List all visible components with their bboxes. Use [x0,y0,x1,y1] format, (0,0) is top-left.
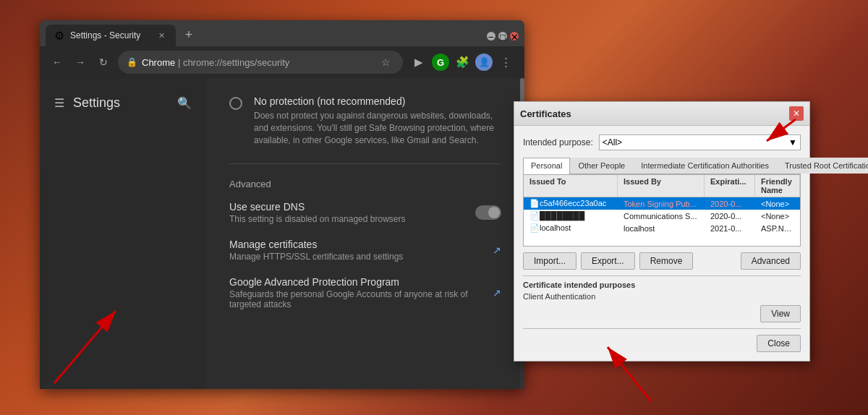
browser-tab[interactable]: ⚙ Settings - Security ✕ [46,25,176,46]
cert-list[interactable]: Issued To Issued By Expirati... Friendly… [523,174,801,247]
cert-tab-other-people[interactable]: Other People [570,158,633,174]
address-bar[interactable]: 🔒 Chrome | chrome://settings/security ☆ [118,51,403,74]
cert-close-row: Close [523,328,801,352]
forward-button[interactable]: → [72,54,89,71]
refresh-button[interactable]: ↻ [95,54,112,71]
advanced-section-label: Advanced [229,179,501,189]
secure-dns-title: Use secure DNS [229,201,405,213]
cert-list-header: Issued To Issued By Expirati... Friendly… [524,175,800,197]
cert-tab-intermediate[interactable]: Intermediate Certification Authorities [633,158,777,174]
tab-title: Settings - Security [70,30,140,40]
google-protection-text: Google Advanced Protection Program Safeg… [229,276,493,309]
no-protection-option: No protection (not recommended) Does not… [229,95,501,146]
tab-close-button[interactable]: ✕ [156,30,167,41]
address-text: Chrome | chrome://settings/security [142,57,289,68]
cert-icon-1: 📄 [529,199,540,208]
cert-purpose-row: Intended purpose: <All> ▼ [523,134,801,150]
col-issued-to: Issued To [524,175,618,197]
manage-certs-external-link[interactable]: ↗ [493,244,501,256]
cert-row-1[interactable]: 📄c5af466ecc23a0ac Token Signing Pub... 2… [524,197,800,210]
google-protection-title: Google Advanced Protection Program [229,276,493,288]
cert-tabs: Personal Other People Intermediate Certi… [523,158,801,174]
no-protection-desc: Does not protect you against dangerous w… [254,110,501,146]
address-icons: ☆ [377,54,394,71]
address-path: settings/security [222,57,289,68]
manage-certs-title: Manage certificates [229,239,403,250]
hamburger-icon[interactable]: ☰ [54,96,64,110]
cert-row-1-issued-to: 📄c5af466ecc23a0ac [524,197,618,210]
cert-row-3-issued-to: 📄localhost [524,222,618,234]
back-button[interactable]: ← [48,54,66,71]
bookmark-icon[interactable]: ☆ [377,54,394,71]
manage-certs-desc: Manage HTTPS/SSL certificates and settin… [229,252,403,262]
col-expiration: Expirati... [705,175,755,197]
settings-sidebar: ☰ Settings 🔍 [40,78,206,389]
cert-row-3-expiration: 2021-0... [705,223,755,234]
cert-icon-3: 📄 [529,223,540,232]
cast-icon[interactable]: ▶ [409,52,429,72]
maximize-button[interactable]: □ [498,32,507,40]
radio-button[interactable] [229,97,242,110]
import-button[interactable]: Import... [523,252,576,270]
no-protection-text: No protection (not recommended) Does not… [254,95,501,146]
settings-title: Settings [73,95,120,111]
settings-main[interactable]: No protection (not recommended) Does not… [206,78,524,389]
manage-certs-text: Manage certificates Manage HTTPS/SSL cer… [229,239,403,262]
cert-dialog-titlebar: Certificates ✕ [514,102,809,126]
window-controls: − □ ✕ [487,32,519,40]
export-button[interactable]: Export... [581,252,635,270]
secure-dns-toggle[interactable] [475,205,501,220]
google-protection-desc: Safeguards the personal Google Accounts … [229,289,493,309]
cert-icon-2: 📄 [529,211,540,220]
toolbar-icons: ▶ G 🧩 👤 ⋮ [409,52,516,72]
cert-row-2-issued-by: Communications S... [618,210,705,222]
google-protection-external-link[interactable]: ↗ [493,287,501,299]
cert-purpose-label: Intended purpose: [523,137,593,147]
close-button[interactable]: ✕ [510,32,519,40]
extensions-icon[interactable]: 🧩 [452,52,472,72]
address-separator: | [178,57,183,68]
cert-dialog-title: Certificates [520,108,571,119]
cert-purpose-select[interactable]: <All> ▼ [599,134,801,150]
certificates-dialog: Certificates ✕ Intended purpose: <All> ▼… [514,101,810,361]
no-protection-title: No protection (not recommended) [254,95,501,107]
cert-row-2-friendly-name: <None> [755,210,800,222]
cert-row-1-friendly-name: <None> [755,198,800,210]
toggle-knob [488,207,500,218]
cert-actions: Import... Export... Remove Advanced [523,252,801,270]
avatar[interactable]: 👤 [475,54,493,71]
col-friendly-name: Friendly Name [755,175,800,197]
google-protection-setting[interactable]: Google Advanced Protection Program Safeg… [229,276,501,309]
cert-row-1-issued-by: Token Signing Pub... [618,198,705,210]
cert-purpose-value: <All> [603,137,622,147]
manage-certs-setting[interactable]: Manage certificates Manage HTTPS/SSL cer… [229,239,501,262]
cert-tab-personal[interactable]: Personal [523,158,570,174]
cert-tab-trusted-root[interactable]: Trusted Root Certification [777,158,868,174]
secure-dns-setting: Use secure DNS This setting is disabled … [229,201,501,224]
secure-dns-desc: This setting is disabled on managed brow… [229,214,405,224]
google-account-icon[interactable]: G [432,54,449,71]
menu-icon[interactable]: ⋮ [495,52,516,72]
minimize-button[interactable]: − [487,32,495,40]
remove-button[interactable]: Remove [639,252,694,270]
cert-row-2[interactable]: 📄████████ Communications S... 2020-0... … [524,210,800,222]
tab-icon: ⚙ [54,30,64,40]
divider [229,163,501,164]
cert-row-1-expiration: 2020-0... [705,198,755,210]
col-issued-by: Issued By [618,175,705,197]
advanced-button[interactable]: Advanced [741,252,801,270]
new-tab-button[interactable]: + [179,25,199,45]
cert-row-3-friendly-name: ASP.NET Core... [755,223,800,234]
cert-row-2-issued-to: 📄████████ [524,210,618,222]
cert-view-row: View [523,305,801,322]
view-button[interactable]: View [760,305,801,322]
search-icon[interactable]: 🔍 [177,96,192,110]
cert-purposes-value: Client Authentication [523,292,801,301]
close-dialog-button[interactable]: Close [757,335,801,352]
cert-purpose-dropdown-icon: ▼ [788,137,797,147]
cert-dialog-close-button[interactable]: ✕ [789,106,804,121]
cert-row-3[interactable]: 📄localhost localhost 2021-0... ASP.NET C… [524,222,800,234]
cert-intended-purposes-label: Certificate intended purposes [523,281,801,289]
lock-icon: 🔒 [127,57,137,67]
secure-dns-text: Use secure DNS This setting is disabled … [229,201,405,224]
